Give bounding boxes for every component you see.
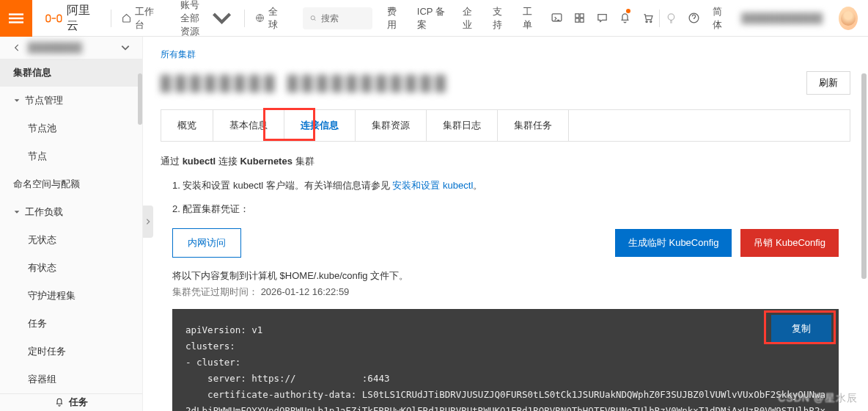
notification-icon-btn[interactable] (614, 0, 636, 37)
sidebar-item-stateful[interactable]: 有状态 (0, 254, 142, 282)
support-link[interactable]: 支持 (485, 0, 515, 37)
step-1: 1. 安装和设置 kubectl 客户端。有关详细信息请参见 安装和设置 kub… (172, 174, 839, 197)
enterprise-link[interactable]: 企业 (455, 0, 485, 37)
sidebar-item-namespace[interactable]: 命名空间与配额 (0, 170, 142, 198)
globe-icon (255, 12, 265, 23)
content-scrollbar[interactable] (861, 73, 867, 279)
chevron-left-icon (12, 43, 22, 53)
bulb-icon (665, 12, 677, 24)
svg-rect-4 (57, 15, 62, 21)
tab-cluster-tasks[interactable]: 集群任务 (498, 110, 569, 141)
locale-switch[interactable]: 简体 (705, 0, 735, 37)
home-icon (122, 12, 131, 23)
svg-rect-9 (552, 14, 562, 21)
avatar-face-icon (841, 11, 856, 26)
sidebar-item-node[interactable]: 节点 (0, 142, 142, 170)
brand-text: 阿里云 (67, 3, 98, 34)
bell-icon (619, 12, 631, 24)
cloudshell-icon-btn[interactable] (545, 0, 568, 37)
caret-down-icon (13, 208, 21, 216)
access-row: 内网访问 生成临时 KubeConfig 吊销 KubeConfig (143, 221, 868, 265)
notification-dot-icon (626, 9, 630, 13)
hamburger-icon (9, 11, 23, 26)
ticket-link[interactable]: 工单 (515, 0, 545, 37)
icp-link[interactable]: ICP 备案 (410, 0, 455, 37)
sidebar-group-label: 工作负载 (25, 205, 63, 219)
chevron-down-icon (210, 6, 234, 30)
logo-section[interactable]: 阿里云 (32, 3, 111, 34)
sidebar-group-label: 节点管理 (25, 94, 63, 107)
breadcrumb-all-clusters[interactable]: 所有集群 (143, 37, 868, 61)
svg-point-7 (311, 15, 315, 19)
sidebar-item-cronjob[interactable]: 定时任务 (0, 338, 142, 365)
chevron-right-icon (144, 218, 152, 225)
app-icon-btn[interactable] (568, 0, 591, 37)
expire-value: 2026-01-12 16:22:59 (261, 286, 350, 297)
svg-rect-10 (575, 14, 579, 18)
sidebar-item-node-pool[interactable]: 节点池 (0, 114, 142, 142)
tab-basic-info[interactable]: 基本信息 (213, 110, 284, 141)
resource-dropdown[interactable]: 账号全部资源 (170, 0, 244, 37)
cluster-name-blur: ████████ ███████████ (161, 75, 450, 92)
cart-icon (641, 12, 654, 24)
avatar[interactable] (839, 7, 858, 30)
section-title: 通过 kubectl 连接 Kubernetes 集群 (143, 142, 868, 174)
gen-kubeconfig-button[interactable]: 生成临时 KubeConfig (615, 229, 732, 257)
sidebar-expand-handle[interactable] (143, 205, 153, 238)
resource-label: 账号全部资源 (180, 0, 206, 38)
top-navigation: 阿里云 工作台 账号全部资源 全球 费用 ICP 备案 企业 支持 工单 简体 … (0, 0, 868, 37)
sidebar-bottom-label: 任务 (69, 396, 88, 409)
bell-icon (54, 397, 65, 407)
step-2: 2. 配置集群凭证： (172, 197, 839, 221)
hamburger-menu-button[interactable] (0, 0, 32, 37)
svg-rect-3 (46, 15, 51, 21)
help-icon-btn[interactable] (683, 0, 705, 37)
sidebar-item-daemonset[interactable]: 守护进程集 (0, 282, 142, 310)
global-region[interactable]: 全球 (245, 0, 295, 37)
tabs: 概览 基本信息 连接信息 集群资源 集群日志 集群任务 (161, 109, 850, 142)
sidebar-scrollbar[interactable] (138, 73, 142, 125)
app-icon (573, 12, 586, 24)
sidebar-bottom-task[interactable]: 任务 (0, 393, 142, 411)
workspace-label: 工作台 (135, 5, 160, 32)
kubeconfig-code-block[interactable]: apiVersion: v1 clusters: - cluster: serv… (172, 309, 839, 411)
body-wrap: ████████ 集群信息 节点管理 节点池 节点 命名空间与配额 工作负载 无… (0, 37, 868, 411)
sidebar-item-job[interactable]: 任务 (0, 310, 142, 338)
tab-cluster-resources[interactable]: 集群资源 (356, 110, 427, 141)
svg-point-14 (646, 21, 647, 22)
expire-row: 集群凭证过期时间： 2026-01-12 16:22:59 (143, 285, 868, 306)
cloudshell-icon (551, 12, 563, 24)
search-input[interactable] (321, 13, 365, 23)
sidebar-group-workload[interactable]: 工作负载 (0, 198, 142, 226)
svg-rect-0 (9, 13, 23, 15)
refresh-button[interactable]: 刷新 (806, 71, 850, 95)
svg-point-16 (668, 14, 674, 20)
message-icon (596, 12, 608, 24)
copy-button[interactable]: 复制 (771, 315, 831, 343)
idea-icon-btn[interactable] (660, 0, 683, 37)
svg-point-15 (650, 21, 652, 22)
fees-link[interactable]: 费用 (380, 0, 410, 37)
workspace-link[interactable]: 工作台 (111, 0, 170, 37)
kubectl-install-link[interactable]: 安装和设置 kubectl (392, 180, 473, 191)
revoke-kubeconfig-button[interactable]: 吊销 KubeConfig (740, 229, 839, 257)
steps: 1. 安装和设置 kubectl 客户端。有关详细信息请参见 安装和设置 kub… (143, 174, 868, 221)
cart-icon-btn[interactable] (636, 0, 659, 37)
svg-rect-13 (580, 18, 584, 22)
message-icon-btn[interactable] (591, 0, 614, 37)
help-icon (688, 12, 700, 24)
sidebar-group-node-mgmt[interactable]: 节点管理 (0, 87, 142, 114)
right-link-group: 费用 ICP 备案 企业 支持 工单 简体 ████████████ (380, 0, 868, 37)
search-icon (310, 13, 317, 23)
sidebar-item-pod[interactable]: 容器组 (0, 365, 142, 393)
sidebar-item-cluster-info[interactable]: 集群信息 (0, 59, 142, 87)
intranet-access-tab[interactable]: 内网访问 (172, 228, 241, 258)
tab-cluster-logs[interactable]: 集群日志 (427, 110, 498, 141)
tab-overview[interactable]: 概览 (161, 110, 213, 141)
content-area: 所有集群 ████████ ███████████ 刷新 概览 基本信息 连接信… (143, 37, 868, 411)
sidebar-item-stateless[interactable]: 无状态 (0, 226, 142, 254)
search-box[interactable] (303, 7, 372, 29)
aliyun-logo-icon (45, 9, 62, 28)
sidebar-back[interactable]: ████████ (0, 37, 142, 59)
tab-connection-info[interactable]: 连接信息 (284, 110, 356, 141)
